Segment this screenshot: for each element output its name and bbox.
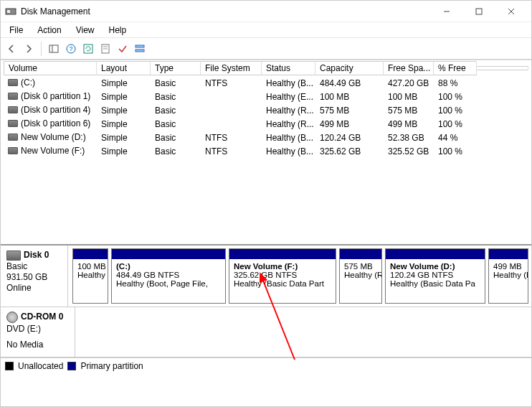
svg-rect-1 — [7, 10, 10, 13]
partition-title: New Volume (D:) — [390, 262, 480, 271]
volume-type: Basic — [151, 146, 201, 157]
volume-free: 427.20 GB — [384, 78, 434, 89]
volume-row[interactable]: (Disk 0 partition 6)SimpleBasicHealthy (… — [1, 117, 531, 131]
partition-title: New Volume (F:) — [234, 262, 331, 271]
col-layout[interactable]: Layout — [97, 61, 151, 75]
disk-label-0[interactable]: Disk 0 Basic 931.50 GB Online — [1, 245, 68, 307]
close-button[interactable] — [495, 1, 527, 22]
col-fs[interactable]: File System — [201, 61, 262, 75]
legend-unallocated: Unallocated — [18, 361, 63, 371]
volume-status: Healthy (R... — [262, 118, 315, 130]
partition[interactable]: (C:)484.49 GB NTFSHealthy (Boot, Page Fi… — [111, 248, 226, 304]
refresh-button[interactable] — [80, 41, 96, 57]
volume-type: Basic — [151, 105, 201, 116]
volume-name: New Volume (F:) — [21, 146, 85, 156]
volume-type: Basic — [151, 132, 201, 144]
volume-icon — [8, 134, 18, 141]
check-button[interactable] — [115, 41, 130, 57]
col-type[interactable]: Type — [151, 61, 201, 75]
volume-icon — [8, 106, 18, 113]
menu-view[interactable]: View — [69, 24, 102, 37]
volume-fs — [201, 123, 262, 125]
app-icon — [5, 6, 16, 17]
partition-status: Healthy (Basic Data Part — [234, 279, 331, 288]
svg-rect-10 — [84, 45, 92, 53]
volume-free: 52.38 GB — [384, 132, 434, 144]
volume-row[interactable]: New Volume (D:)SimpleBasicNTFSHealthy (B… — [1, 131, 531, 144]
forward-button[interactable] — [21, 41, 37, 57]
legend: Unallocated Primary partition — [1, 357, 531, 373]
volume-capacity: 575 MB — [315, 105, 384, 116]
svg-rect-15 — [136, 50, 144, 52]
volume-status: Healthy (B... — [262, 132, 315, 144]
volume-layout: Simple — [97, 146, 151, 157]
partition-status: Healthy — [77, 271, 103, 279]
disk-icon — [6, 251, 21, 261]
properties-button[interactable] — [98, 41, 113, 57]
volume-row[interactable]: (Disk 0 partition 4)SimpleBasicHealthy (… — [1, 103, 531, 117]
volume-fs — [201, 110, 262, 111]
partition-status: Healthy (Basic Data Pa — [390, 279, 480, 288]
menu-file[interactable]: File — [2, 24, 30, 37]
partition[interactable]: New Volume (D:)120.24 GB NTFSHealthy (Ba… — [385, 248, 485, 304]
volume-icon — [8, 120, 18, 127]
col-capacity[interactable]: Capacity — [315, 61, 384, 75]
volume-icon — [8, 93, 18, 100]
menu-help[interactable]: Help — [102, 24, 134, 37]
volume-fs: NTFS — [201, 146, 262, 157]
volume-status: Healthy (E... — [262, 91, 315, 103]
disk-type-0: Basic — [6, 261, 62, 271]
col-volume[interactable]: Volume — [4, 61, 97, 75]
volume-name: (C:) — [21, 78, 35, 88]
volume-row[interactable]: New Volume (F:)SimpleBasicNTFSHealthy (B… — [1, 144, 531, 158]
volume-pctfree: 44 % — [434, 132, 477, 144]
svg-rect-6 — [49, 45, 58, 52]
partition-size: 100 MB — [77, 262, 103, 271]
partition[interactable]: New Volume (F:)325.62 GB NTFSHealthy (Ba… — [229, 248, 336, 304]
volume-row[interactable]: (C:)SimpleBasicNTFSHealthy (B...484.49 G… — [1, 76, 531, 90]
volume-pctfree: 88 % — [434, 78, 477, 89]
partition[interactable]: 100 MBHealthy — [72, 248, 108, 304]
cdrom-parts — [75, 307, 531, 357]
volume-fs: NTFS — [201, 78, 262, 89]
partition-status: Healthy (Boot, Page File, — [116, 279, 221, 288]
back-button[interactable] — [4, 41, 19, 57]
volume-header-row: Volume Layout Type File System Status Ca… — [1, 60, 531, 76]
legend-swatch-unallocated — [5, 362, 14, 370]
disk-row-cdrom: CD-ROM 0 DVD (E:) No Media — [1, 307, 531, 357]
partition-status: Healthy (R — [493, 271, 523, 279]
maximize-button[interactable] — [462, 1, 495, 22]
volume-list[interactable]: Volume Layout Type File System Status Ca… — [1, 60, 531, 244]
minimize-button[interactable] — [430, 1, 462, 22]
volume-pctfree: 100 % — [434, 91, 477, 103]
volume-icon — [8, 147, 18, 154]
svg-rect-14 — [136, 45, 144, 47]
volume-icon — [8, 79, 18, 86]
disk-label-cdrom[interactable]: CD-ROM 0 DVD (E:) No Media — [1, 307, 75, 357]
menu-bar: File Action View Help — [1, 22, 531, 38]
svg-text:?: ? — [69, 45, 72, 52]
partition-size: 120.24 GB NTFS — [390, 271, 480, 279]
list-button[interactable] — [132, 41, 148, 57]
volume-row[interactable]: (Disk 0 partition 1)SimpleBasicHealthy (… — [1, 90, 531, 103]
disk-size-0: 931.50 GB — [6, 272, 62, 282]
partition-size: 499 MB — [493, 262, 523, 271]
volume-status: Healthy (B... — [262, 78, 315, 89]
col-pctfree[interactable]: % Free — [434, 61, 477, 75]
disk-map-pane: Disk 0 Basic 931.50 GB Online 100 MBHeal… — [1, 244, 531, 357]
volume-type: Basic — [151, 118, 201, 130]
help-button[interactable]: ? — [63, 41, 79, 57]
col-status[interactable]: Status — [262, 61, 315, 75]
volume-layout: Simple — [97, 78, 151, 89]
col-free[interactable]: Free Spa... — [384, 61, 434, 75]
partition-title: (C:) — [116, 262, 221, 271]
volume-status: Healthy (B... — [262, 146, 315, 157]
partition-status: Healthy (R — [344, 271, 377, 279]
show-hide-button[interactable] — [46, 41, 62, 57]
volume-type: Basic — [151, 91, 201, 103]
volume-free: 100 MB — [384, 91, 434, 103]
toolbar: ? — [1, 38, 531, 60]
menu-action[interactable]: Action — [30, 24, 68, 37]
partition[interactable]: 575 MBHealthy (R — [339, 248, 382, 304]
partition[interactable]: 499 MBHealthy (R — [488, 248, 528, 304]
